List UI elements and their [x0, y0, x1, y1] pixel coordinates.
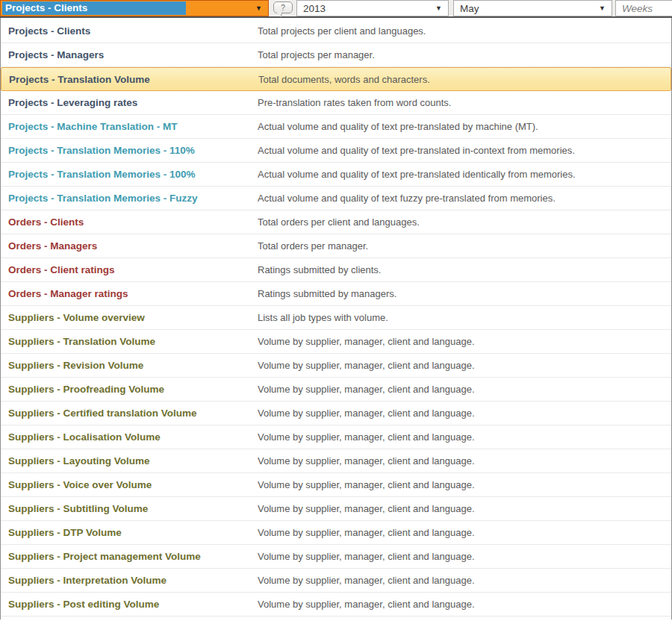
report-name: Suppliers - Subtitling Volume: [8, 503, 258, 514]
report-name: Projects - Machine Translation - MT: [8, 121, 258, 132]
list-item[interactable]: Suppliers - Certified translation Volume…: [1, 402, 671, 425]
report-name: Orders - Client ratings: [8, 264, 258, 275]
report-description: Volume by supplier, manager, client and …: [258, 599, 671, 610]
list-item[interactable]: Suppliers - Voice over Volume Volume by …: [1, 473, 671, 497]
report-name: Suppliers - Proofreading Volume: [8, 384, 258, 395]
report-description: Volume by supplier, manager, client and …: [258, 503, 671, 514]
list-item[interactable]: Suppliers - Interpretation Volume Volume…: [1, 569, 671, 593]
list-item[interactable]: Projects - Translation Memories - Fuzzy …: [1, 187, 671, 210]
report-list: Projects - Clients Total projects per cl…: [0, 18, 672, 620]
report-description: Actual volume and quality of text pre-tr…: [258, 145, 671, 156]
report-name: Suppliers - Certified translation Volume: [8, 408, 258, 419]
list-item[interactable]: Suppliers - Project management Volume Vo…: [1, 545, 671, 569]
report-description: Total projects per manager.: [258, 49, 671, 60]
report-picker-window: Projects - Clients ▼ ? 2013 ▼ May ▼ Week…: [0, 0, 672, 621]
help-icon[interactable]: ?: [273, 1, 293, 13]
list-item[interactable]: Projects - Clients Total projects per cl…: [1, 19, 671, 43]
list-item[interactable]: Suppliers - DTP Volume Volume by supplie…: [1, 521, 671, 545]
report-name: Suppliers - Translation Volume: [8, 336, 258, 347]
month-selector-value: May: [454, 3, 479, 14]
report-description: Volume by supplier, manager, client and …: [258, 408, 671, 419]
report-name: Suppliers - Voice over Volume: [8, 479, 258, 490]
list-item[interactable]: Orders - Manager ratings Ratings submitt…: [1, 282, 671, 306]
report-description: Volume by supplier, manager, client and …: [258, 551, 671, 562]
chevron-down-icon[interactable]: ▼: [255, 5, 262, 12]
report-description: Total orders per manager.: [258, 240, 671, 252]
list-item[interactable]: Orders - Client ratings Ratings submitte…: [1, 258, 671, 282]
report-name: Projects - Translation Memories - Fuzzy: [8, 193, 258, 204]
period-field[interactable]: Weeks: [615, 0, 672, 16]
report-name: Suppliers - Revision Volume: [8, 360, 258, 371]
list-item[interactable]: Suppliers - Revision Volume Volume by su…: [1, 354, 671, 378]
report-name: Orders - Manager ratings: [8, 288, 258, 299]
list-item[interactable]: Suppliers - Layouting Volume Volume by s…: [1, 449, 671, 473]
list-item[interactable]: Projects - Translation Volume Total docu…: [1, 67, 671, 91]
report-name: Suppliers - Localisation Volume: [8, 431, 258, 443]
chevron-down-icon[interactable]: ▼: [599, 5, 606, 12]
year-selector-value: 2013: [297, 3, 326, 14]
report-description: Volume by supplier, manager, client and …: [258, 527, 671, 538]
report-description: Total orders per client and languages.: [258, 216, 671, 228]
list-item[interactable]: Suppliers - Volume overview Lists all jo…: [1, 306, 671, 330]
report-name: Suppliers - Post editing Volume: [8, 599, 258, 610]
report-name: Suppliers - Project management Volume: [8, 551, 258, 562]
list-item[interactable]: Orders - Managers Total orders per manag…: [1, 234, 671, 258]
list-item[interactable]: Suppliers - Post editing Volume Volume b…: [1, 593, 671, 617]
report-description: Pre-translation rates taken from word co…: [258, 97, 671, 108]
period-field-value: Weeks: [616, 3, 653, 14]
report-description: Volume by supplier, manager, client and …: [258, 479, 671, 490]
report-name: Suppliers - Volume overview: [8, 312, 258, 323]
report-selector[interactable]: Projects - Clients ▼: [0, 0, 269, 16]
report-name: Projects - Leveraging rates: [8, 97, 258, 108]
help-glyph: ?: [281, 4, 285, 12]
report-description: Volume by supplier, manager, client and …: [258, 431, 671, 443]
list-item[interactable]: Projects - Machine Translation - MT Actu…: [1, 115, 671, 139]
list-item[interactable]: Suppliers - Localisation Volume Volume b…: [1, 425, 671, 449]
report-name: Suppliers - DTP Volume: [8, 527, 258, 538]
chevron-down-icon[interactable]: ▼: [435, 5, 442, 12]
report-name: Projects - Clients: [8, 25, 258, 37]
list-item[interactable]: Projects - Translation Memories - 100% A…: [1, 163, 671, 187]
list-item[interactable]: Projects - Translation Memories - 110% A…: [1, 139, 671, 163]
report-selector-value[interactable]: Projects - Clients: [2, 1, 186, 15]
report-name: Orders - Managers: [8, 240, 258, 252]
report-name: Projects - Managers: [8, 49, 258, 60]
report-description: Actual volume and quality of text fuzzy …: [258, 193, 671, 204]
report-description: Volume by supplier, manager, client and …: [258, 336, 671, 347]
report-description: Actual volume and quality of text pre-tr…: [258, 121, 671, 132]
report-name: Projects - Translation Memories - 110%: [8, 145, 258, 156]
list-item[interactable]: Suppliers - Subtitling Volume Volume by …: [1, 497, 671, 521]
report-description: Volume by supplier, manager, client and …: [258, 455, 671, 466]
report-description: Lists all job types with volume.: [258, 312, 671, 323]
report-description: Ratings submitted by managers.: [258, 288, 671, 299]
toolbar: Projects - Clients ▼ ? 2013 ▼ May ▼ Week…: [0, 0, 672, 18]
report-description: Total documents, words and characters.: [258, 74, 671, 85]
report-description: Actual volume and quality of text pre-tr…: [258, 169, 671, 180]
year-selector[interactable]: 2013 ▼: [296, 0, 449, 16]
report-name: Orders - Clients: [8, 216, 258, 228]
list-item[interactable]: Projects - Leveraging rates Pre-translat…: [1, 91, 671, 115]
month-selector[interactable]: May ▼: [453, 0, 612, 16]
report-description: Ratings submitted by clients.: [258, 264, 671, 275]
report-description: Volume by supplier, manager, client and …: [258, 575, 671, 586]
list-item[interactable]: Projects - Managers Total projects per m…: [1, 43, 671, 67]
list-item[interactable]: Suppliers - Proofreading Volume Volume b…: [1, 378, 671, 402]
report-description: Volume by supplier, manager, client and …: [258, 360, 671, 371]
report-description: Total projects per client and languages.: [258, 25, 671, 37]
report-name: Suppliers - Layouting Volume: [8, 455, 258, 466]
list-item[interactable]: Orders - Clients Total orders per client…: [1, 210, 671, 234]
report-description: Volume by supplier, manager, client and …: [258, 384, 671, 395]
report-name: Suppliers - Interpretation Volume: [8, 575, 258, 586]
report-name: Projects - Translation Memories - 100%: [8, 169, 258, 180]
list-item[interactable]: Suppliers - Translation Volume Volume by…: [1, 330, 671, 354]
report-name: Projects - Translation Volume: [9, 74, 258, 85]
